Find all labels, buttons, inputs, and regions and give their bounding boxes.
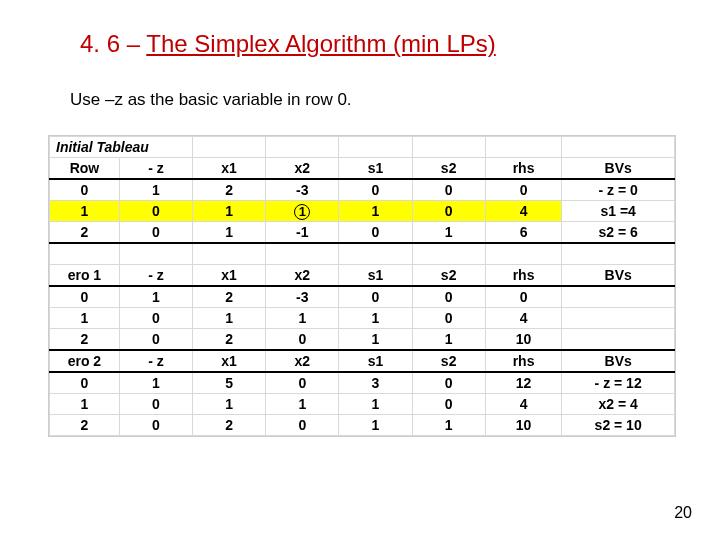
pivot-circle: 1 xyxy=(294,204,310,220)
cell: 0 xyxy=(50,286,120,308)
cell: rhs xyxy=(485,158,562,180)
title-prefix: 4. 6 – xyxy=(80,30,146,57)
cell: s1 xyxy=(339,265,412,287)
cell xyxy=(193,137,266,158)
cell: s1 xyxy=(339,158,412,180)
cell: 0 xyxy=(266,415,339,436)
cell: 1 xyxy=(193,222,266,244)
cell: x1 xyxy=(193,265,266,287)
cell: 1 xyxy=(193,308,266,329)
cell: 1 xyxy=(339,308,412,329)
cell: 0 xyxy=(485,286,562,308)
cell: 6 xyxy=(485,222,562,244)
cell: BVs xyxy=(562,350,675,372)
cell: 0 xyxy=(119,329,192,351)
cell: 2 xyxy=(193,329,266,351)
cell: - z xyxy=(119,350,192,372)
cell: -1 xyxy=(266,222,339,244)
cell: -3 xyxy=(266,286,339,308)
cell xyxy=(485,137,562,158)
cell: s2 xyxy=(412,158,485,180)
tableau-container: Initial TableauRow- zx1x2s1s2rhsBVs012-3… xyxy=(48,135,676,437)
cell: ero 1 xyxy=(50,265,120,287)
cell: 4 xyxy=(485,308,562,329)
cell: 0 xyxy=(485,179,562,201)
cell xyxy=(266,137,339,158)
cell: 0 xyxy=(339,179,412,201)
cell: 0 xyxy=(266,329,339,351)
cell: 1 xyxy=(339,394,412,415)
cell: 5 xyxy=(193,372,266,394)
table-row: 20201110 xyxy=(50,329,675,351)
table-row: 012-3000 xyxy=(50,286,675,308)
cell xyxy=(562,137,675,158)
cell: 2 xyxy=(50,415,120,436)
cell: 0 xyxy=(119,222,192,244)
cell: BVs xyxy=(562,265,675,287)
cell: 10 xyxy=(485,415,562,436)
cell: -3 xyxy=(266,179,339,201)
cell xyxy=(562,286,675,308)
cell: 1 xyxy=(193,394,266,415)
cell: 1 xyxy=(119,179,192,201)
cell: 0 xyxy=(119,415,192,436)
cell: x1 xyxy=(193,350,266,372)
cell: - z xyxy=(119,265,192,287)
cell xyxy=(339,137,412,158)
cell: 1 xyxy=(339,329,412,351)
cell: - z = 12 xyxy=(562,372,675,394)
cell: 1 xyxy=(412,415,485,436)
cell: 1 xyxy=(266,308,339,329)
cell: 0 xyxy=(412,179,485,201)
cell xyxy=(119,243,192,265)
table-row: 01503012- z = 12 xyxy=(50,372,675,394)
cell xyxy=(339,243,412,265)
cell: 2 xyxy=(50,329,120,351)
cell xyxy=(562,329,675,351)
slide-title: 4. 6 – The Simplex Algorithm (min LPs) xyxy=(80,30,496,58)
cell: 1 xyxy=(193,201,266,222)
cell: 0 xyxy=(412,286,485,308)
cell: 4 xyxy=(485,394,562,415)
cell: 12 xyxy=(485,372,562,394)
table-row: 201-1016s2 = 6 xyxy=(50,222,675,244)
cell: 0 xyxy=(412,201,485,222)
cell: s2 xyxy=(412,350,485,372)
cell: rhs xyxy=(485,350,562,372)
cell: 0 xyxy=(339,286,412,308)
cell: 10 xyxy=(485,329,562,351)
cell: 3 xyxy=(339,372,412,394)
cell: x2 = 4 xyxy=(562,394,675,415)
cell: 1 xyxy=(266,394,339,415)
cell: Initial Tableau xyxy=(50,137,193,158)
cell: - z xyxy=(119,158,192,180)
cell xyxy=(562,308,675,329)
cell xyxy=(412,137,485,158)
cell: 0 xyxy=(119,201,192,222)
cell: 2 xyxy=(193,415,266,436)
cell: 0 xyxy=(50,179,120,201)
cell: 1 xyxy=(412,329,485,351)
cell: 1 xyxy=(50,308,120,329)
cell: 0 xyxy=(412,372,485,394)
table-row: 1011104s1 =4 xyxy=(50,201,675,222)
cell: s2 = 10 xyxy=(562,415,675,436)
table-row: 20201110s2 = 10 xyxy=(50,415,675,436)
cell: 1 xyxy=(339,201,412,222)
simplex-tableau: Initial TableauRow- zx1x2s1s2rhsBVs012-3… xyxy=(49,136,675,436)
cell xyxy=(485,243,562,265)
cell: 0 xyxy=(339,222,412,244)
cell: x2 xyxy=(266,158,339,180)
cell: - z = 0 xyxy=(562,179,675,201)
title-main: The Simplex Algorithm (min LPs) xyxy=(146,30,495,57)
cell xyxy=(562,243,675,265)
table-row: 1011104 xyxy=(50,308,675,329)
cell: s2 = 6 xyxy=(562,222,675,244)
cell: 1 xyxy=(50,201,120,222)
cell: 1 xyxy=(339,415,412,436)
cell: rhs xyxy=(485,265,562,287)
cell: 0 xyxy=(119,394,192,415)
header-row: ero 2- zx1x2s1s2rhsBVs xyxy=(50,350,675,372)
cell: s1 =4 xyxy=(562,201,675,222)
table-row: 1011104x2 = 4 xyxy=(50,394,675,415)
